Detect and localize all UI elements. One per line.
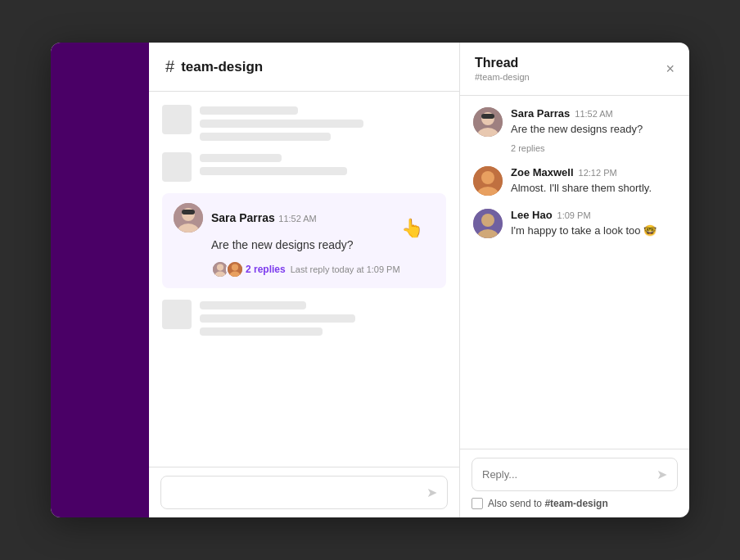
list-item [162, 105, 446, 141]
svg-rect-5 [182, 210, 195, 215]
thread-subtitle: #team-design [475, 72, 530, 82]
skeleton-line [200, 314, 355, 323]
skeleton-line [200, 120, 363, 128]
thread-reply-input[interactable] [482, 468, 657, 481]
compose-input[interactable] [171, 486, 426, 499]
thread-send-button[interactable]: ➤ [657, 467, 667, 482]
thread-message-header: Zoe Maxwell 12:12 PM [511, 166, 652, 178]
skeleton-avatar [162, 152, 192, 182]
also-send-channel: #team-design [544, 498, 607, 509]
thread-message-header: Sara Parras 11:52 AM [511, 107, 643, 120]
hash-icon: # [165, 57, 174, 76]
thread-avatar-sara [473, 107, 503, 137]
svg-rect-17 [481, 114, 494, 119]
channel-messages: 😊 👆 [149, 92, 459, 467]
thread-message-lee: Lee Hao 1:09 PM I'm happy to take a look… [473, 209, 676, 238]
cursor-hand-icon: 👆 [401, 218, 423, 239]
thread-message-sara: Sara Parras 11:52 AM Are the new designs… [473, 107, 676, 137]
svg-point-22 [481, 214, 494, 227]
message-sara: 😊 👆 [162, 193, 446, 288]
close-thread-button[interactable]: × [666, 61, 675, 76]
also-send-label: Also send to #team-design [488, 498, 608, 509]
thread-compose-box: ➤ [472, 458, 678, 491]
thread-message-content: Lee Hao 1:09 PM I'm happy to take a look… [511, 209, 657, 238]
thread-message-content: Sara Parras 11:52 AM Are the new designs… [511, 107, 643, 137]
channel-header: # team-design [149, 43, 459, 92]
thread-author: Lee Hao [511, 209, 553, 221]
thread-message-content: Zoe Maxwell 12:12 PM Almost. I'll share … [511, 166, 652, 196]
also-send-row: Also send to #team-design [472, 498, 678, 509]
thread-message-body: I'm happy to take a look too 🤓 [511, 224, 657, 238]
skeleton-avatar [162, 105, 192, 134]
also-send-checkbox[interactable] [472, 498, 483, 509]
thread-message-body: Are the new designs ready? [511, 122, 643, 137]
thread-replies-count: 2 replies [473, 143, 676, 153]
skeleton-lines [200, 105, 363, 141]
compose-area: ➤ [149, 467, 459, 517]
skeleton-line [200, 167, 347, 175]
channel-name: team-design [181, 59, 263, 75]
thread-title: Thread [475, 56, 530, 70]
message-meta: Sara Parras 11:52 AM [211, 210, 317, 225]
thread-reply-area: ➤ Also send to #team-design [460, 449, 689, 517]
avatar-sara-parras [174, 203, 203, 233]
thread-author: Sara Parras [511, 107, 570, 120]
message-replies[interactable]: 2 replies Last reply today at 1:09 PM [211, 260, 435, 278]
thread-message-header: Lee Hao 1:09 PM [511, 209, 657, 221]
thread-time: 11:52 AM [575, 109, 612, 119]
skeleton-line [200, 301, 306, 309]
thread-messages: Sara Parras 11:52 AM Are the new designs… [460, 96, 689, 449]
skeleton-line [200, 154, 282, 162]
reply-count-link[interactable]: 2 replies [246, 264, 286, 275]
message-author: Sara Parras [211, 211, 275, 224]
reply-avatar-zoe [226, 260, 244, 278]
message-header: Sara Parras 11:52 AM [174, 203, 435, 233]
skeleton-lines [200, 300, 355, 336]
thread-author: Zoe Maxwell [511, 166, 574, 178]
thread-panel: Thread #team-design × [460, 43, 689, 517]
list-item [162, 300, 446, 336]
send-button[interactable]: ➤ [426, 485, 437, 500]
compose-box: ➤ [160, 476, 448, 509]
message-time: 11:52 AM [278, 214, 316, 224]
thread-title-group: Thread #team-design [475, 56, 530, 82]
app-window: # team-design [51, 43, 689, 517]
reply-last-time: Last reply today at 1:09 PM [291, 264, 400, 274]
skeleton-line [200, 327, 323, 336]
message-body: Are the new designs ready? [211, 237, 435, 254]
list-item [162, 152, 446, 182]
thread-message-body: Almost. I'll share them shortly. [511, 181, 652, 196]
skeleton-lines [200, 152, 347, 175]
svg-point-10 [232, 264, 238, 270]
thread-avatar-lee [473, 209, 503, 238]
thread-header: Thread #team-design × [460, 43, 689, 96]
thread-time: 1:09 PM [557, 210, 591, 220]
skeleton-avatar [162, 300, 192, 329]
thread-time: 12:12 PM [579, 168, 617, 178]
sidebar [51, 43, 149, 517]
skeleton-line [200, 133, 331, 141]
thread-avatar-zoe [473, 166, 503, 196]
svg-point-7 [217, 264, 223, 270]
thread-message-zoe: Zoe Maxwell 12:12 PM Almost. I'll share … [473, 166, 676, 196]
channel-area: # team-design [149, 43, 460, 517]
svg-point-19 [481, 171, 494, 184]
skeleton-line [200, 106, 298, 115]
reply-avatars [211, 260, 241, 278]
